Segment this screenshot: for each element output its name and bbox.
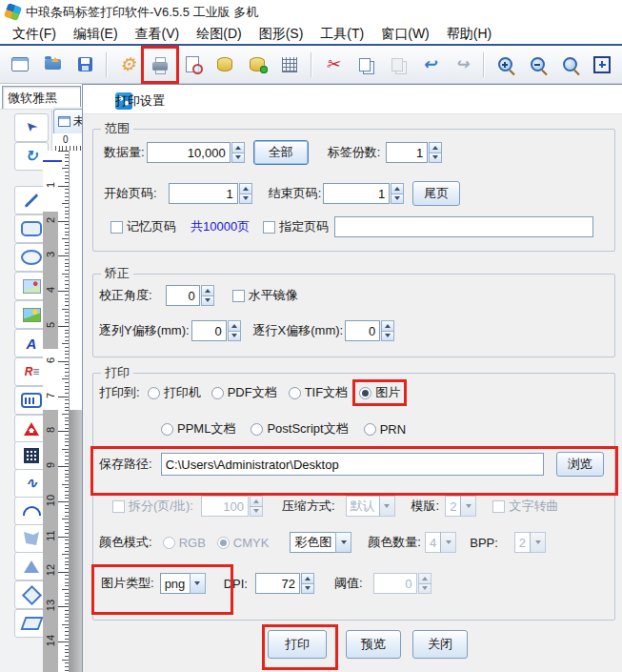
menu-edit[interactable]: 编辑(E) [65,26,127,43]
tool-select[interactable]: ➤ [14,113,49,142]
image-type-row: 图片类型: png DPI: 阈值: [101,571,431,596]
undo-icon[interactable]: ↩ [416,51,443,78]
database-icon[interactable] [211,51,238,78]
zoom-in-icon[interactable] [492,51,518,78]
fit-page-icon[interactable] [589,51,615,78]
bpp-value: 2 [514,532,531,553]
radio-printer[interactable] [148,387,160,399]
settings-icon[interactable]: ⚙ [114,51,141,78]
ruler-number: 4 [45,282,56,297]
mirror-checkbox[interactable] [232,290,245,302]
radio-tif[interactable] [289,387,301,399]
dropdown-arrow-icon[interactable] [190,573,206,594]
rich-text-icon: R≡ [25,366,39,377]
menu-file[interactable]: 文件(F) [4,26,65,43]
copy-glyph [359,58,371,71]
vertical-ruler: 1 2 3 4 5 6 7 8 9 10 11 12 13 14 [43,151,69,672]
remember-page-checkbox[interactable] [110,221,123,234]
template-value: 2 [445,496,461,517]
correction-group-title: 矫正 [101,266,133,281]
image-icon [23,279,41,294]
paste-icon [384,51,411,78]
dropdown-arrow-icon [530,532,546,553]
document-tab[interactable]: 未命名 [53,109,82,133]
vertical-ruler-ticks [58,151,69,672]
radio-prn[interactable] [364,423,376,436]
save-path-input[interactable] [161,453,544,476]
ruler-position-marker [43,160,62,162]
triangle-icon [24,560,39,573]
menu-view[interactable]: 查看(V) [127,26,189,43]
angle-input[interactable] [166,285,200,306]
preview-button[interactable]: 预览 [346,630,401,659]
browse-button[interactable]: 浏览 [556,452,604,477]
radio-ppml[interactable] [161,423,173,436]
copy-icon[interactable] [351,51,378,78]
bpp-label: BPP: [470,536,498,550]
font-selector-value: 微软雅黑 [8,90,57,107]
spin-down[interactable] [201,295,214,307]
save-path-row: 保存路径: 浏览 [99,452,604,477]
dropdown-arrow-icon[interactable] [335,532,351,553]
y-offset-input[interactable] [191,320,227,341]
image-type-dropdown[interactable]: png [160,573,206,594]
preview-glyph [186,56,199,72]
template-dropdown: 2 [445,496,476,517]
radio-pdf[interactable] [211,387,224,399]
radio-image[interactable] [359,387,371,399]
x-offset-input[interactable] [345,320,380,341]
zoom-icon[interactable] [556,51,583,78]
color-style-dropdown[interactable]: 彩色图 [290,532,351,553]
y-offset-spinner [228,320,241,341]
warning-triangle-icon [24,422,39,436]
label-copies-label: 标签份数: [328,144,381,161]
spin-down [418,583,431,595]
menu-shape[interactable]: 图形(S) [251,26,312,43]
spin-down[interactable] [239,193,252,205]
cursor-icon: ➤ [23,119,40,136]
start-page-input[interactable] [169,183,238,204]
new-document-icon[interactable] [7,51,33,78]
cut-icon[interactable]: ✂ [319,51,346,78]
spin-down[interactable] [429,153,442,164]
menu-draw[interactable]: 绘图(D) [188,26,250,43]
end-page-input[interactable] [323,183,390,204]
offset-row: 逐列Y偏移(mm): 逐行X偏移(mm): [99,318,394,343]
radio-prn-label: PRN [380,422,406,437]
total-pages-text: 共10000页 [191,218,250,235]
template-label: 模版: [411,498,440,515]
database-check-icon[interactable] [244,51,271,78]
grid-icon[interactable] [276,51,303,78]
dialog-titlebar[interactable]: 打印设置 [83,85,622,114]
spin-down[interactable] [301,583,314,595]
threshold-input [373,573,417,594]
spin-down[interactable] [231,153,245,164]
ruler-origin-label: 0 [63,134,69,145]
all-button[interactable]: 全部 [253,140,309,165]
specify-page-checkbox[interactable] [263,221,275,234]
ruler-number: 7 [45,388,56,403]
save-icon[interactable] [71,51,98,78]
dpi-input[interactable] [255,573,300,594]
spin-down[interactable] [381,331,394,342]
label-copies-input[interactable] [386,142,428,163]
print-button[interactable]: 打印 [268,630,327,659]
print-icon[interactable] [147,51,173,78]
spin-down[interactable] [391,193,404,205]
data-volume-input[interactable] [147,142,231,163]
specify-page-label: 指定页码 [279,218,329,235]
dropdown-arrow-icon [379,496,395,517]
print-preview-icon[interactable] [179,51,206,78]
specify-page-input[interactable] [334,216,593,237]
menu-help[interactable]: 帮助(H) [438,26,500,43]
document-icon [58,116,70,127]
open-glyph [45,59,61,70]
zoom-out-icon[interactable] [524,51,551,78]
open-file-icon[interactable] [39,51,66,78]
menu-window[interactable]: 窗口(W) [372,26,438,43]
menu-tools[interactable]: 工具(T) [311,26,372,43]
close-button[interactable]: 关闭 [412,630,468,659]
spin-down[interactable] [228,331,241,342]
radio-postscript[interactable] [251,423,263,436]
last-page-button[interactable]: 尾页 [412,181,460,206]
